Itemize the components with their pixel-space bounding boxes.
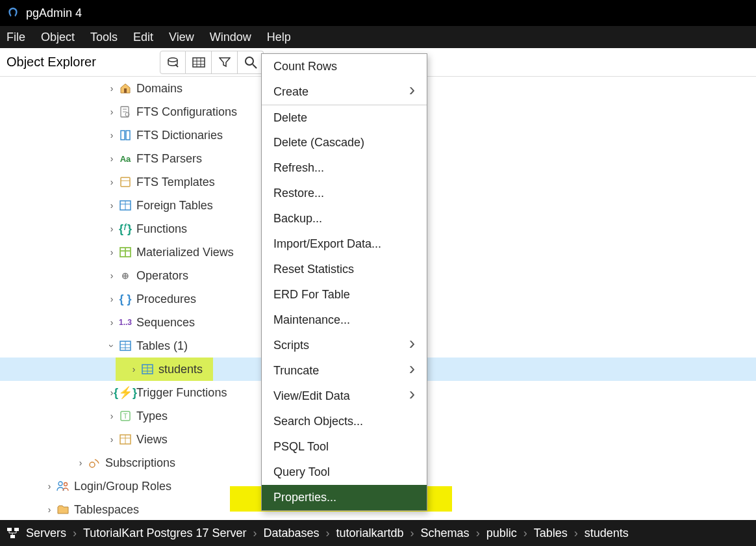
menu-search-objects[interactable]: Search Objects... [262, 409, 427, 434]
tree-label: Domains [136, 82, 183, 96]
chevron-down-icon: › [107, 339, 117, 352]
bc-students[interactable]: students [585, 526, 629, 540]
menu-properties[interactable]: Properties... [262, 485, 427, 510]
filter-icon[interactable] [212, 51, 238, 74]
chevron-right-icon: › [105, 411, 118, 421]
subscriptions-icon [87, 457, 101, 469]
menu-refresh[interactable]: Refresh... [262, 155, 427, 181]
chevron-right-icon: › [105, 83, 118, 94]
chevron-right-icon [409, 364, 415, 378]
menu-truncate[interactable]: Truncate [262, 358, 427, 384]
chevron-right-icon: › [105, 200, 118, 211]
menu-help[interactable]: Help [267, 31, 291, 44]
menu-window[interactable]: Window [210, 31, 251, 44]
tree-label: FTS Configurations [136, 105, 237, 119]
tree-label: FTS Dictionaries [136, 129, 223, 142]
bc-databases[interactable]: Databases [263, 526, 319, 540]
view-data-icon[interactable] [186, 51, 212, 74]
svg-point-37 [58, 482, 62, 486]
chevron-right-icon: › [105, 434, 118, 445]
types-icon: T [118, 411, 132, 421]
menu-create[interactable]: Create [262, 79, 427, 105]
app-icon [6, 6, 19, 20]
object-explorer-title: Object Explorer [6, 55, 96, 70]
menu-psql-tool[interactable]: PSQL Tool [262, 434, 427, 460]
chevron-right-icon [409, 85, 415, 99]
domains-icon [118, 83, 132, 94]
svg-rect-15 [121, 177, 130, 187]
chevron-right-icon: › [43, 504, 56, 515]
query-tool-icon[interactable] [160, 51, 186, 74]
bc-public[interactable]: public [486, 526, 517, 540]
chevron-right-icon: › [105, 153, 118, 164]
menu-tools[interactable]: Tools [90, 31, 118, 44]
menu-import-export[interactable]: Import/Export Data... [262, 231, 427, 257]
menu-maintenance[interactable]: Maintenance... [262, 307, 427, 333]
menu-count-rows[interactable]: Count Rows [262, 54, 427, 79]
tablespaces-icon [56, 505, 70, 514]
svg-rect-1 [193, 58, 205, 67]
foreign-tables-icon [118, 200, 132, 211]
chevron-right-icon: › [105, 130, 118, 140]
tree-label: Materialized Views [136, 246, 234, 259]
svg-point-0 [168, 58, 177, 62]
search-icon[interactable] [238, 51, 264, 74]
sequences-icon: 1..3 [118, 318, 132, 327]
menu-erd[interactable]: ERD For Table [262, 282, 427, 307]
chevron-right-icon: › [105, 247, 118, 257]
menu-reset-stats[interactable]: Reset Statistics [262, 257, 427, 282]
menu-view[interactable]: View [169, 31, 194, 44]
menu-query-tool[interactable]: Query Tool [262, 460, 427, 485]
tree-label: students [158, 363, 203, 376]
chevron-right-icon [409, 339, 415, 352]
svg-point-6 [246, 57, 253, 65]
fts-config-icon [118, 106, 132, 118]
menu-restore[interactable]: Restore... [262, 181, 427, 206]
tree-label: Tables (1) [136, 339, 188, 353]
chevron-right-icon: › [105, 317, 118, 328]
tree-label: Procedures [136, 292, 196, 306]
operators-icon: ⊕ [118, 270, 132, 281]
tree-label: Views [136, 433, 168, 447]
menu-edit[interactable]: Edit [133, 31, 153, 44]
tree-label: Trigger Functions [136, 386, 227, 400]
svg-text:T: T [123, 412, 128, 420]
bc-tables[interactable]: Tables [534, 526, 568, 540]
menu-backup[interactable]: Backup... [262, 206, 427, 231]
bc-servers[interactable]: Servers [26, 526, 66, 540]
svg-point-36 [90, 462, 95, 467]
menu-view-edit-data[interactable]: View/Edit Data [262, 384, 427, 409]
svg-rect-14 [126, 131, 130, 140]
menu-delete-cascade[interactable]: Delete (Cascade) [262, 130, 427, 155]
tree-label: Foreign Tables [136, 199, 213, 213]
svg-rect-41 [10, 535, 15, 538]
svg-point-38 [64, 483, 68, 486]
titlebar: pgAdmin 4 [0, 0, 756, 26]
table-icon [140, 364, 155, 374]
mat-views-icon [118, 247, 132, 257]
svg-rect-8 [124, 88, 127, 93]
fts-parsers-icon: Aa [118, 154, 132, 164]
tree-label: Sequences [136, 316, 195, 330]
svg-line-7 [253, 64, 257, 68]
menu-file[interactable]: File [6, 31, 25, 44]
trigger-fn-icon: {⚡} [118, 385, 132, 400]
chevron-right-icon: › [105, 270, 118, 281]
chevron-right-icon: › [105, 107, 118, 117]
bc-server[interactable]: TutorialKart Postgres 17 Server [83, 526, 246, 540]
fts-templates-icon [118, 176, 132, 188]
functions-icon: {ƒ} [118, 222, 132, 236]
menu-delete[interactable]: Delete [262, 105, 427, 130]
bc-schemas[interactable]: Schemas [421, 526, 470, 540]
menu-object[interactable]: Object [41, 31, 75, 44]
bc-db[interactable]: tutorialkartdb [336, 526, 404, 540]
chevron-right-icon: › [105, 224, 118, 234]
procedures-icon: { } [118, 292, 132, 306]
fts-dict-icon [118, 129, 132, 141]
menubar: File Object Tools Edit View Window Help [0, 26, 756, 48]
menu-scripts[interactable]: Scripts [262, 333, 427, 358]
tree-label: FTS Parsers [136, 152, 202, 166]
svg-rect-13 [121, 131, 125, 140]
chevron-right-icon: › [43, 481, 56, 491]
chevron-right-icon [409, 389, 415, 403]
